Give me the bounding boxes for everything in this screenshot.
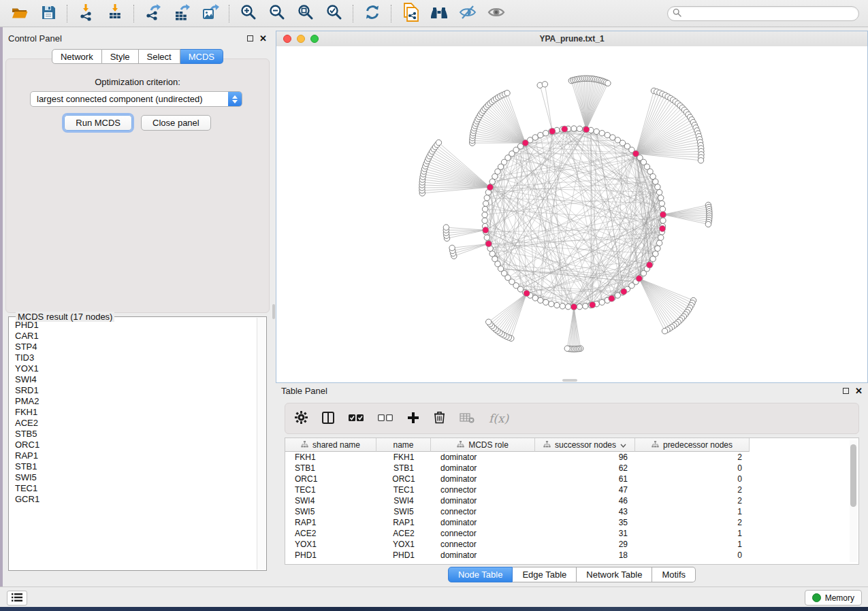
export-table-button[interactable]: [173, 4, 191, 23]
search-toggle-button[interactable]: [430, 4, 448, 23]
cell-successor-nodes[interactable]: 46: [535, 495, 635, 506]
graph-edge[interactable]: [425, 166, 490, 187]
graph-node[interactable]: [656, 240, 662, 246]
graph-hub-node[interactable]: [590, 302, 596, 308]
show-task-history-button[interactable]: [7, 591, 27, 606]
table-row[interactable]: PHD1PHD1dominator180: [285, 550, 858, 561]
close-panel-icon[interactable]: ✕: [259, 34, 267, 43]
cell-predecessor-nodes[interactable]: 1: [635, 539, 750, 550]
zoom-selected-button[interactable]: [325, 4, 343, 23]
cell-name[interactable]: SWI4: [376, 495, 431, 506]
cell-predecessor-nodes[interactable]: 1: [635, 528, 750, 539]
cell-successor-nodes[interactable]: 35: [535, 517, 635, 528]
graph-hub-node[interactable]: [485, 241, 492, 247]
graph-node[interactable]: [662, 328, 667, 333]
maximize-window-icon[interactable]: [310, 35, 319, 43]
graph-node[interactable]: [560, 303, 565, 309]
graph-hub-node[interactable]: [621, 288, 627, 295]
graph-node[interactable]: [483, 201, 489, 206]
graph-edge[interactable]: [428, 159, 490, 187]
graph-edge[interactable]: [447, 230, 486, 235]
graph-node[interactable]: [543, 299, 549, 305]
cell-predecessor-nodes[interactable]: 0: [635, 550, 750, 561]
graph-edge[interactable]: [639, 278, 676, 324]
cell-name[interactable]: ACE2: [376, 528, 431, 539]
cell-predecessor-nodes[interactable]: 0: [635, 463, 750, 474]
cell-name[interactable]: STB1: [376, 463, 431, 474]
mcds-result-item[interactable]: YOX1: [15, 363, 257, 374]
graph-edge[interactable]: [636, 103, 678, 154]
cell-MCDS-role[interactable]: dominator: [431, 463, 535, 474]
cell-name[interactable]: ORC1: [376, 474, 431, 484]
mcds-result-item[interactable]: CAR1: [15, 331, 257, 342]
graph-hub-node[interactable]: [609, 295, 615, 301]
graph-node[interactable]: [484, 235, 489, 240]
mcds-result-item[interactable]: STB1: [15, 461, 257, 472]
search-input[interactable]: [685, 8, 844, 19]
graph-edge[interactable]: [435, 147, 490, 187]
cell-shared-name[interactable]: FKH1: [285, 452, 376, 463]
graph-edge[interactable]: [639, 278, 690, 308]
mcds-result-list[interactable]: PHD1CAR1STP4TID3YOX1SWI4SRD1PMA2FKH1ACE2…: [9, 320, 257, 569]
graph-node[interactable]: [698, 158, 703, 163]
delete-columns-button[interactable]: [434, 410, 445, 427]
cell-shared-name[interactable]: STB1: [285, 463, 376, 474]
column-header-shared-name[interactable]: shared name: [285, 438, 376, 452]
column-header-name[interactable]: name: [376, 438, 431, 452]
graph-node[interactable]: [655, 246, 660, 251]
cell-successor-nodes[interactable]: 29: [535, 539, 635, 550]
memory-status-button[interactable]: Memory: [805, 590, 862, 606]
graph-node[interactable]: [653, 251, 658, 257]
graph-hub-node[interactable]: [487, 184, 493, 191]
cell-MCDS-role[interactable]: dominator: [431, 517, 535, 528]
cell-MCDS-role[interactable]: connector: [431, 506, 535, 517]
graph-hub-node[interactable]: [483, 227, 489, 233]
graph-edge[interactable]: [496, 293, 527, 329]
cell-successor-nodes[interactable]: 62: [535, 463, 635, 474]
cell-name[interactable]: PHD1: [376, 550, 431, 561]
refresh-layout-button[interactable]: [364, 4, 381, 23]
close-panel-button[interactable]: Close panel: [141, 115, 211, 131]
cell-successor-nodes[interactable]: 43: [535, 506, 635, 517]
graph-hub-node[interactable]: [632, 150, 639, 156]
show-all-button[interactable]: [487, 4, 505, 23]
cell-predecessor-nodes[interactable]: 2: [635, 484, 750, 495]
cell-MCDS-role[interactable]: dominator: [431, 452, 535, 463]
graph-node[interactable]: [489, 179, 495, 184]
minimize-window-icon[interactable]: [297, 35, 305, 43]
mcds-result-item[interactable]: ACE2: [15, 418, 257, 429]
mcds-result-item[interactable]: GCR1: [15, 494, 257, 505]
cell-predecessor-nodes[interactable]: 0: [635, 474, 750, 484]
graph-edge[interactable]: [425, 169, 490, 187]
graph-hub-node[interactable]: [647, 262, 653, 268]
graph-node[interactable]: [543, 131, 549, 136]
open-session-button[interactable]: [11, 4, 29, 23]
graph-edge[interactable]: [446, 227, 485, 230]
float-panel-icon[interactable]: [247, 35, 253, 42]
import-network-button[interactable]: [78, 4, 95, 23]
table-row[interactable]: FKH1FKH1dominator962: [285, 452, 858, 463]
tab-select[interactable]: Select: [139, 49, 180, 64]
graph-edge[interactable]: [516, 150, 624, 291]
graph-node[interactable]: [599, 299, 605, 305]
graph-node[interactable]: [599, 131, 605, 136]
graph-edge[interactable]: [431, 154, 490, 187]
graph-node[interactable]: [484, 195, 489, 201]
table-row[interactable]: ORC1ORC1dominator610: [285, 474, 858, 484]
cell-MCDS-role[interactable]: dominator: [431, 495, 535, 506]
table-scrollbar[interactable]: [850, 440, 857, 562]
graph-edge[interactable]: [507, 293, 527, 336]
cell-MCDS-role[interactable]: connector: [431, 528, 535, 539]
zoom-in-button[interactable]: [240, 4, 257, 23]
graph-edge[interactable]: [453, 244, 489, 253]
graph-node[interactable]: [660, 206, 665, 212]
cell-successor-nodes[interactable]: 61: [535, 474, 635, 484]
graph-edge[interactable]: [639, 278, 680, 320]
cell-predecessor-nodes[interactable]: 1: [635, 506, 750, 517]
graph-node[interactable]: [653, 179, 658, 184]
tab-mcds[interactable]: MCDS: [180, 49, 223, 64]
tab-node-table[interactable]: Node Table: [448, 567, 513, 582]
graph-edge[interactable]: [639, 278, 682, 318]
network-from-selection-button[interactable]: [402, 4, 419, 23]
column-header-successor-nodes[interactable]: successor nodes: [535, 438, 635, 452]
